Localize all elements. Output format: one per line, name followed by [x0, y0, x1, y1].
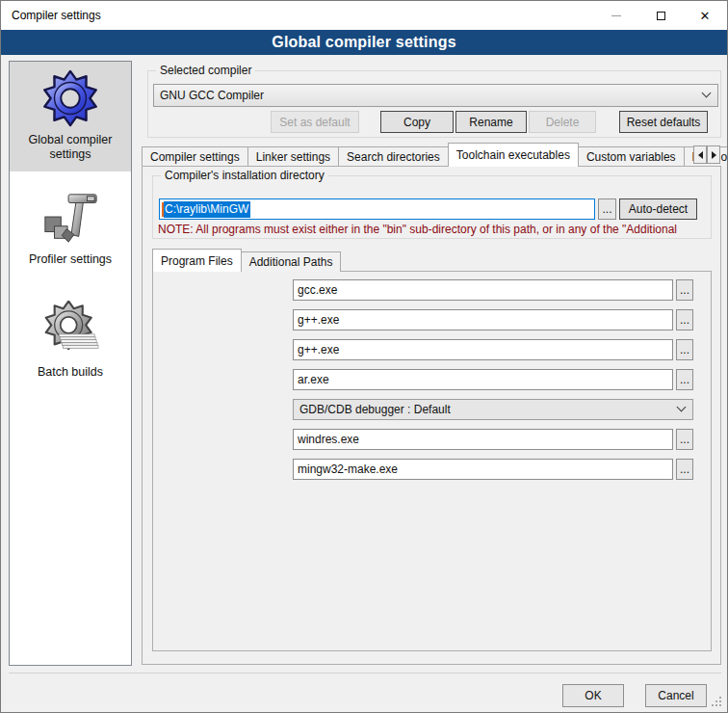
tab-linker-settings[interactable]: Linker settings [247, 146, 339, 167]
compiler-settings-dialog: Compiler settings ✕ Global compiler sett… [0, 0, 728, 713]
reset-defaults-label: Reset defaults [627, 116, 701, 129]
close-button[interactable]: ✕ [683, 1, 727, 30]
installation-directory-value: C:\raylib\MinGW [164, 201, 250, 218]
selected-compiler-value: GNU GCC Compiler [160, 89, 264, 102]
sidebar-item-label: Profiler settings [29, 252, 112, 267]
window-title: Compiler settings [12, 9, 101, 22]
ellipsis-icon: ... [680, 462, 689, 476]
selected-compiler-combobox[interactable]: GNU GCC Compiler [153, 84, 718, 107]
minimize-icon [611, 15, 621, 16]
installation-directory-input[interactable]: C:\raylib\MinGW [159, 198, 595, 220]
chevron-down-icon [702, 89, 712, 98]
window-controls: ✕ [594, 1, 727, 30]
delete-label: Delete [546, 116, 580, 129]
sidebar-item-batch-builds[interactable]: Batch builds [10, 294, 131, 389]
caliper-icon [40, 188, 100, 248]
ok-label: OK [585, 689, 601, 702]
title-bar[interactable]: Compiler settings ✕ [1, 1, 727, 30]
chevron-down-icon [677, 403, 687, 412]
maximize-icon [657, 12, 665, 20]
cancel-button[interactable]: Cancel [645, 684, 707, 707]
linker-dynamic-input[interactable] [293, 339, 673, 360]
program-files-tabs: Program Files Additional Paths [152, 249, 341, 272]
banner-title: Global compiler settings [272, 34, 456, 51]
tab-scroll-left-button[interactable] [693, 145, 707, 164]
resource-compiler-browse-button[interactable]: ... [676, 429, 693, 450]
close-icon: ✕ [700, 10, 711, 22]
triangle-right-icon [712, 151, 716, 159]
sidebar-item-label: Global compiler settings [14, 133, 126, 162]
linker-dynamic-browse-button[interactable]: ... [676, 339, 693, 360]
ok-button[interactable]: OK [562, 684, 624, 707]
make-program-input[interactable] [293, 459, 673, 480]
maximize-button[interactable] [638, 1, 683, 30]
tab-scroll-right-button[interactable] [707, 145, 720, 164]
reset-defaults-button[interactable]: Reset defaults [619, 111, 708, 133]
c-compiler-input[interactable] [293, 279, 673, 301]
copy-label: Copy [403, 116, 430, 129]
sidebar-item-profiler-settings[interactable]: Profiler settings [10, 181, 131, 277]
tab-search-directories[interactable]: Search directories [338, 146, 449, 167]
resource-compiler-input[interactable] [293, 429, 673, 450]
gear-stack-icon [40, 301, 100, 360]
linker-static-browse-button[interactable]: ... [676, 369, 693, 390]
auto-detect-label: Auto-detect [629, 202, 688, 216]
copy-button[interactable]: Copy [380, 111, 454, 133]
footer-divider [9, 673, 721, 673]
set-as-default-label: Set as default [279, 116, 350, 129]
debugger-value: GDB/CDB debugger : Default [299, 403, 451, 416]
cpp-compiler-browse-button[interactable]: ... [676, 309, 693, 330]
compiler-tabs: Compiler settings Linker settings Search… [142, 143, 728, 167]
cpp-compiler-input[interactable] [293, 309, 673, 330]
resize-grip-icon[interactable] [712, 697, 723, 708]
ellipsis-icon: ... [680, 313, 689, 327]
tab-toolchain-executables[interactable]: Toolchain executables [448, 143, 579, 167]
c-compiler-browse-button[interactable]: ... [676, 279, 693, 301]
ellipsis-icon: ... [680, 373, 689, 386]
installation-directory-group-label: Compiler's installation directory [161, 169, 328, 182]
ellipsis-icon: ... [680, 433, 689, 446]
ellipsis-icon: ... [602, 202, 611, 216]
cancel-label: Cancel [658, 689, 693, 702]
rename-button[interactable]: Rename [455, 111, 527, 133]
ellipsis-icon: ... [680, 283, 689, 297]
sidebar-item-global-compiler-settings[interactable]: Global compiler settings [10, 62, 131, 172]
rename-label: Rename [469, 116, 512, 129]
bin-subdirectory-note: NOTE: All programs must exist either in … [158, 223, 708, 238]
settings-category-list: Global compiler settings Profiler settin… [9, 61, 132, 666]
tab-additional-paths[interactable]: Additional Paths [241, 251, 342, 272]
selected-compiler-group-label: Selected compiler [156, 64, 255, 77]
triangle-left-icon [698, 151, 703, 159]
tab-custom-variables[interactable]: Custom variables [578, 146, 685, 167]
make-program-browse-button[interactable]: ... [676, 459, 693, 480]
minimize-button[interactable] [594, 1, 638, 30]
dialog-banner: Global compiler settings [1, 30, 727, 55]
debugger-combobox[interactable]: GDB/CDB debugger : Default [293, 399, 693, 420]
sidebar-item-label: Batch builds [38, 365, 103, 380]
gear-icon [40, 68, 100, 128]
tab-compiler-settings[interactable]: Compiler settings [142, 146, 248, 167]
delete-button[interactable]: Delete [529, 111, 596, 133]
tab-program-files[interactable]: Program Files [152, 249, 242, 272]
linker-static-input[interactable] [293, 369, 673, 390]
ellipsis-icon: ... [680, 343, 689, 356]
set-as-default-button[interactable]: Set as default [271, 111, 359, 133]
auto-detect-button[interactable]: Auto-detect [619, 198, 697, 220]
browse-directory-button[interactable]: ... [598, 198, 616, 220]
